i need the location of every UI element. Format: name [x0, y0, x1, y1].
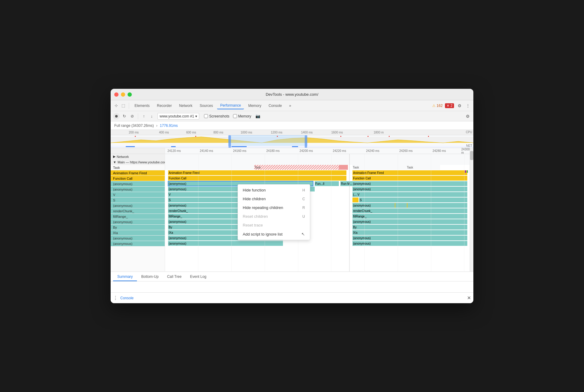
camera-icon[interactable]: 📷 — [255, 113, 261, 119]
reload-button[interactable]: ↻ — [121, 113, 128, 120]
scrollbar-thumb[interactable] — [470, 151, 473, 160]
svg-text:(anonymous): (anonymous) — [169, 182, 186, 185]
target-label: www.youtube.com #1 — [160, 114, 194, 118]
memory-checkbox[interactable] — [233, 114, 237, 118]
row-s: S — [111, 198, 165, 203]
memory-label: Memory — [238, 114, 251, 118]
ruler-1000: 1000 ms — [241, 131, 252, 134]
clear-button[interactable]: ⊘ — [129, 113, 135, 120]
menu-reset-children-label: Reset children — [243, 214, 268, 219]
svg-rect-2 — [135, 136, 136, 137]
menu-hide-children[interactable]: Hide children C — [238, 194, 310, 203]
mark-24240: 24240 ms — [366, 149, 379, 153]
vertical-scrollbar[interactable] — [470, 148, 473, 272]
console-bar: ⋮ Console ✕ — [111, 292, 473, 303]
svg-rect-10 — [126, 146, 135, 147]
svg-rect-70 — [352, 198, 359, 202]
screenshots-checkbox[interactable] — [204, 114, 208, 118]
svg-text:Animation Frame Fired: Animation Frame Fired — [169, 171, 200, 175]
select-icon[interactable]: ⊹ — [113, 103, 119, 109]
row-anon-6: (anonymous) — [111, 241, 165, 246]
console-dots[interactable]: ⋮ — [113, 295, 118, 301]
tab-summary[interactable]: Summary — [113, 273, 137, 281]
menu-reset-trace-label: Reset trace — [243, 223, 263, 227]
target-select[interactable]: www.youtube.com #1 ▾ — [157, 113, 199, 120]
network-section-label: ▶ Network — [111, 154, 165, 159]
window-title: DevTools - www.youtube.com/ — [266, 92, 318, 97]
err-icon: ✕ — [446, 104, 449, 108]
svg-text:(anonymous): (anonymous) — [169, 236, 186, 240]
tab-network[interactable]: Network — [176, 102, 195, 109]
tab-call-tree[interactable]: Call Tree — [163, 273, 186, 281]
row-anon-1: (anonymous) — [111, 181, 165, 187]
upload-button[interactable]: ↑ — [141, 113, 147, 120]
svg-rect-14 — [229, 135, 231, 148]
svg-text:(anonymous): (anonymous) — [353, 220, 371, 223]
svg-rect-3 — [195, 136, 196, 137]
ruler-spacer — [111, 148, 165, 154]
tab-more[interactable]: » — [286, 102, 294, 109]
record-button[interactable]: ⏺ — [113, 113, 120, 120]
mark-24260: 24260 ms — [399, 149, 413, 153]
tab-performance[interactable]: Performance — [217, 102, 244, 109]
svg-rect-11 — [171, 146, 176, 147]
maximize-button[interactable] — [128, 92, 132, 97]
memory-checkbox-label[interactable]: Memory — [233, 114, 251, 118]
flame-svg-container[interactable]: Task Task Task Animation Frame Fired Ani… — [165, 154, 470, 272]
svg-text:renderChunk_: renderChunk_ — [169, 209, 188, 213]
menu-add-ignore-label: Add script to ignore list — [243, 232, 283, 236]
selected-range[interactable]: 1776.91ms — [160, 124, 178, 128]
tab-console[interactable]: Console — [265, 102, 285, 109]
row-anon-2: (anonymous) — [111, 187, 165, 192]
dropdown-icon: ▾ — [195, 114, 197, 118]
svg-rect-139 — [407, 203, 407, 208]
tab-elements[interactable]: Elements — [131, 102, 153, 109]
svg-rect-138 — [395, 203, 395, 208]
svg-text:Fun...ll: Fun...ll — [315, 182, 324, 185]
svg-text:(anonymous): (anonymous) — [353, 182, 371, 185]
tab-event-log[interactable]: Event Log — [186, 273, 211, 281]
flamechart-labels: ▶ Network ▼ Main — https://www.youtube.c… — [111, 148, 165, 272]
close-button[interactable] — [114, 92, 118, 97]
flamechart-chart[interactable]: 24120 ms 24140 ms 24160 ms 24180 ms 2420… — [165, 148, 470, 272]
context-menu: Hide function H Hide children C Hide rep… — [238, 184, 310, 240]
menu-hide-repeating[interactable]: Hide repeating children R — [238, 203, 310, 212]
console-label[interactable]: Console — [120, 296, 134, 300]
menu-add-ignore[interactable]: Add script to ignore list ↖ — [238, 230, 310, 239]
svg-text:(... V: (... V — [353, 193, 359, 196]
settings-icon[interactable]: ⚙ — [456, 103, 462, 109]
menu-hide-repeating-label: Hide repeating children — [243, 205, 283, 210]
tab-bottom-up[interactable]: Bottom-Up — [137, 273, 163, 281]
timeline-overview[interactable]: 200 ms 400 ms 600 ms 800 ms 1000 ms 1200… — [111, 130, 473, 148]
console-close-button[interactable]: ✕ — [467, 295, 471, 301]
svg-rect-6 — [368, 136, 368, 137]
inspect-icon[interactable]: ⬚ — [120, 103, 126, 109]
svg-text:S: S — [360, 198, 362, 202]
tab-sources[interactable]: Sources — [196, 102, 216, 109]
network-label: Network — [117, 155, 129, 159]
svg-text:By: By — [169, 226, 172, 229]
bottom-content — [111, 281, 473, 292]
checkbox-group: Screenshots Memory 📷 — [204, 113, 261, 119]
download-button[interactable]: ↓ — [148, 113, 155, 120]
menu-reset-children-shortcut: U — [302, 214, 305, 219]
row-fillrange: fillRange_ — [111, 214, 165, 219]
actionbar-settings-icon[interactable]: ⚙ — [464, 113, 471, 120]
toolbar: ⊹ ⬚ Elements Recorder Network Sources Pe… — [111, 100, 473, 111]
svg-rect-20 — [339, 165, 348, 170]
flamechart-main: ▶ Network ▼ Main — https://www.youtube.c… — [111, 148, 473, 272]
tab-memory[interactable]: Memory — [245, 102, 264, 109]
minimize-button[interactable] — [121, 92, 125, 97]
row-anon-5: (anonymous) — [111, 236, 165, 241]
svg-rect-19 — [254, 165, 339, 170]
screenshots-label: Screenshots — [209, 114, 229, 118]
tab-recorder[interactable]: Recorder — [154, 102, 175, 109]
svg-rect-103 — [352, 225, 467, 230]
warn-icon: ⚠ — [432, 104, 436, 108]
cpu-label: CPU — [466, 130, 472, 134]
more-options-icon[interactable]: ⋮ — [465, 103, 471, 109]
screenshots-checkbox-label[interactable]: Screenshots — [204, 114, 229, 118]
cursor-indicator: ↖ — [301, 232, 305, 236]
warning-badge: ⚠ 162 — [432, 104, 443, 108]
menu-hide-function[interactable]: Hide function H — [238, 186, 310, 194]
